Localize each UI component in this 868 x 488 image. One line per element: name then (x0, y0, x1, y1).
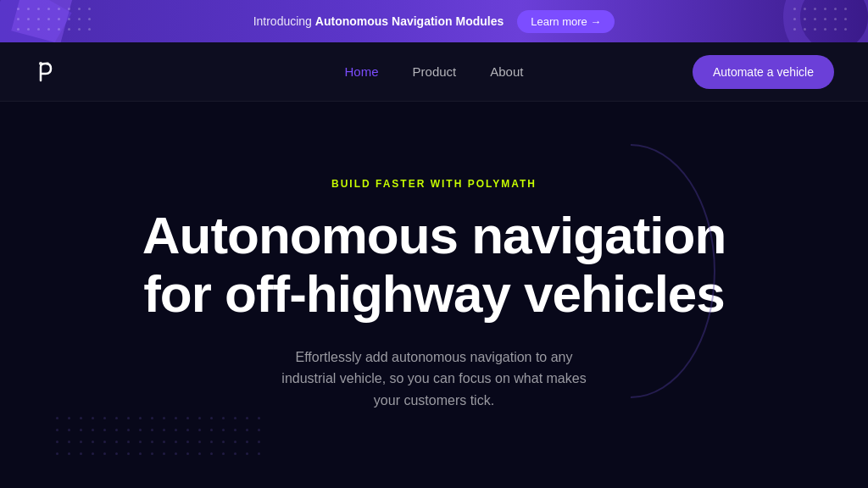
hero-eyebrow: BUILD FASTER WITH POLYMATH (331, 178, 537, 190)
nav-item-home[interactable]: Home (345, 64, 379, 79)
hero-section: BUILD FASTER WITH POLYMATH Autonomous na… (0, 102, 868, 488)
nav-item-about[interactable]: About (490, 64, 523, 79)
banner-intro: Introducing Autonomous Navigation Module… (253, 14, 504, 28)
hero-dot-grid (51, 412, 264, 471)
banner-dots-right (793, 8, 851, 35)
automate-btn-label: Automate a vehicle (713, 65, 814, 79)
logo-icon (34, 57, 64, 87)
navbar: Home Product About Automate a vehicle (0, 42, 868, 102)
hero-subtitle: Effortlessly add autonomous navigation t… (281, 347, 587, 412)
automate-vehicle-button[interactable]: Automate a vehicle (693, 55, 834, 89)
nav-links: Home Product About (345, 64, 524, 79)
nav-item-product[interactable]: Product (413, 64, 457, 79)
banner-bold-text: Autonomous Navigation Modules (315, 14, 504, 28)
logo[interactable] (34, 57, 64, 87)
learn-more-button[interactable]: Learn more → (517, 10, 615, 33)
banner-dots-left (17, 8, 95, 35)
top-banner: Introducing Autonomous Navigation Module… (0, 0, 868, 42)
learn-more-label: Learn more → (531, 15, 601, 28)
